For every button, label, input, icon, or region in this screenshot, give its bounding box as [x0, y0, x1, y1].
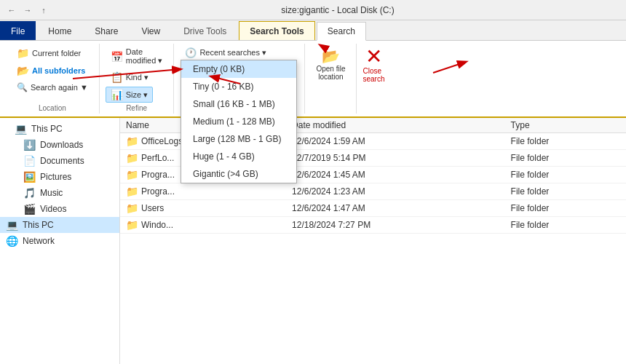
location-group-label: Location	[12, 104, 93, 112]
kind-icon: 📋	[111, 71, 123, 83]
sidebar-item-label: This PC	[31, 124, 63, 134]
sidebar-item-label: Videos	[40, 204, 66, 214]
pictures-icon: 🖼️	[23, 171, 36, 183]
table-row[interactable]: 📁Users 12/6/2024 1:47 AM File folder	[120, 200, 626, 217]
sidebar-item-network[interactable]: 🌐 Network	[0, 233, 119, 249]
sidebar-item-label: Pictures	[40, 172, 71, 182]
current-folder-btn[interactable]: 📁 Current folder	[12, 45, 86, 61]
file-type-cell: File folder	[505, 167, 626, 183]
size-option-gigantic[interactable]: Gigantic (>4 GB)	[181, 165, 296, 183]
sidebar-item-label: Documents	[40, 156, 84, 166]
search-again-label: Search again ▼	[31, 83, 88, 92]
sidebar-item-videos[interactable]: 🎬 Videos	[0, 201, 119, 217]
recent-searches-btn[interactable]: 🕐 Recent searches ▾	[180, 45, 272, 60]
kind-label: Kind ▾	[126, 73, 148, 82]
sidebar-item-pictures[interactable]: 🖼️ Pictures	[0, 169, 119, 185]
col-type[interactable]: Type	[505, 118, 626, 133]
tab-share[interactable]: Share	[84, 21, 129, 40]
sidebar: 💻 This PC ⬇️ Downloads 📄 Documents 🖼️ Pi…	[0, 118, 120, 364]
ribbon-group-open: 📂 Open filelocation	[305, 44, 357, 114]
tab-view[interactable]: View	[130, 21, 171, 40]
refine-group-label: Refine	[126, 104, 147, 112]
back-icon[interactable]: ←	[6, 4, 17, 16]
tab-file[interactable]: File	[0, 21, 36, 40]
size-btn[interactable]: 📊 Size ▾	[106, 87, 153, 103]
current-folder-label: Current folder	[32, 49, 81, 58]
file-date-cell: 12/6/2024 1:23 AM	[286, 183, 505, 200]
table-row[interactable]: 📁Windo... 12/18/2024 7:27 PM File folder	[120, 217, 626, 234]
open-location-icon: 📂	[322, 49, 340, 63]
file-type-cell: File folder	[505, 183, 626, 200]
tab-search[interactable]: Search	[317, 22, 366, 41]
this-pc-icon: 💻	[6, 219, 18, 231]
videos-icon: 🎬	[23, 203, 36, 215]
size-label: Size ▾	[126, 90, 148, 100]
ribbon-group-refine: 📅 Datemodified ▾ 📋 Kind ▾ 📊 Size ▾ Refin…	[100, 44, 175, 114]
pc-icon: 💻	[15, 123, 27, 135]
file-type-cell: File folder	[505, 200, 626, 217]
sidebar-item-this-pc-header[interactable]: 💻 This PC	[0, 121, 119, 137]
folder-icon: 📁	[17, 47, 29, 59]
music-icon: 🎵	[23, 187, 36, 199]
date-modified-label: Datemodified ▾	[126, 47, 163, 66]
tab-drive-tools[interactable]: Drive Tools	[173, 21, 237, 40]
col-date[interactable]: Date modified	[286, 118, 505, 133]
search-icon: 🔍	[17, 82, 28, 92]
search-again-btn[interactable]: 🔍 Search again ▼	[12, 80, 93, 95]
tab-search-tools[interactable]: Search Tools	[239, 21, 314, 40]
title-bar-text: size:gigantic - Local Disk (C:)	[55, 5, 620, 15]
file-date-cell: 12/6/2024 1:59 AM	[286, 133, 505, 150]
tab-home[interactable]: Home	[37, 21, 82, 40]
size-option-medium[interactable]: Medium (1 - 128 MB)	[181, 113, 296, 130]
network-icon: 🌐	[6, 235, 18, 247]
file-date-cell: 12/6/2024 1:45 AM	[286, 167, 505, 183]
size-option-small[interactable]: Small (16 KB - 1 MB)	[181, 95, 296, 113]
subfolder-icon: 📂	[17, 65, 29, 76]
sidebar-item-this-pc[interactable]: 💻 This PC	[0, 217, 119, 233]
title-bar-icons: ← → ↑	[6, 4, 49, 16]
size-option-tiny[interactable]: Tiny (0 - 16 KB)	[181, 78, 296, 95]
title-bar: ← → ↑ size:gigantic - Local Disk (C:)	[0, 0, 626, 20]
file-type-cell: File folder	[505, 150, 626, 167]
sidebar-item-label: Downloads	[40, 140, 83, 150]
sidebar-item-label: Music	[40, 188, 63, 198]
sidebar-item-label: Network	[23, 236, 55, 246]
size-option-empty[interactable]: Empty (0 KB)	[181, 60, 296, 78]
refine-buttons: 📅 Datemodified ▾ 📋 Kind ▾ 📊 Size ▾	[106, 45, 168, 103]
sidebar-item-documents[interactable]: 📄 Documents	[0, 153, 119, 169]
table-row[interactable]: 📁Progra... 12/6/2024 1:23 AM File folder	[120, 183, 626, 200]
recent-searches-label: Recent searches ▾	[199, 48, 266, 58]
size-dropdown: Empty (0 KB) Tiny (0 - 16 KB) Small (16 …	[181, 60, 297, 183]
file-name-cell: 📁Progra...	[120, 183, 286, 200]
file-name-cell: 📁Windo...	[120, 217, 286, 234]
all-subfolders-label: All subfolders	[32, 66, 85, 75]
forward-icon[interactable]: →	[22, 4, 33, 16]
size-option-large[interactable]: Large (128 MB - 1 GB)	[181, 130, 296, 148]
documents-icon: 📄	[23, 155, 36, 167]
main-area: 💻 This PC ⬇️ Downloads 📄 Documents 🖼️ Pi…	[0, 118, 626, 364]
calendar-icon: 📅	[111, 51, 123, 63]
size-icon: 📊	[111, 89, 123, 100]
sidebar-item-label: This PC	[23, 220, 54, 230]
kind-btn[interactable]: 📋 Kind ▾	[106, 69, 154, 85]
sidebar-item-downloads[interactable]: ⬇️ Downloads	[0, 137, 119, 153]
file-date-cell: 12/7/2019 5:14 PM	[286, 150, 505, 167]
all-subfolders-btn[interactable]: 📂 All subfolders	[12, 63, 90, 79]
close-search-label: Closesearch	[362, 67, 384, 83]
file-name-cell: 📁Users	[120, 200, 286, 217]
file-type-cell: File folder	[505, 217, 626, 234]
size-option-huge[interactable]: Huge (1 - 4 GB)	[181, 148, 296, 165]
file-date-cell: 12/18/2024 7:27 PM	[286, 217, 505, 234]
date-modified-btn[interactable]: 📅 Datemodified ▾	[106, 45, 168, 68]
location-buttons: 📁 Current folder 📂 All subfolders 🔍 Sear…	[12, 45, 93, 103]
close-search-btn[interactable]: ✕ Closesearch	[357, 44, 390, 114]
clock-icon: 🕐	[185, 47, 197, 58]
close-x-icon: ✕	[365, 47, 382, 67]
file-date-cell: 12/6/2024 1:47 AM	[286, 200, 505, 217]
downloads-icon: ⬇️	[23, 139, 36, 151]
up-icon[interactable]: ↑	[38, 4, 49, 16]
open-file-location-label: Open filelocation	[316, 65, 345, 81]
sidebar-item-music[interactable]: 🎵 Music	[0, 185, 119, 201]
open-file-location-btn[interactable]: 📂 Open filelocation	[311, 45, 350, 84]
ribbon-group-location: 📁 Current folder 📂 All subfolders 🔍 Sear…	[6, 44, 100, 114]
